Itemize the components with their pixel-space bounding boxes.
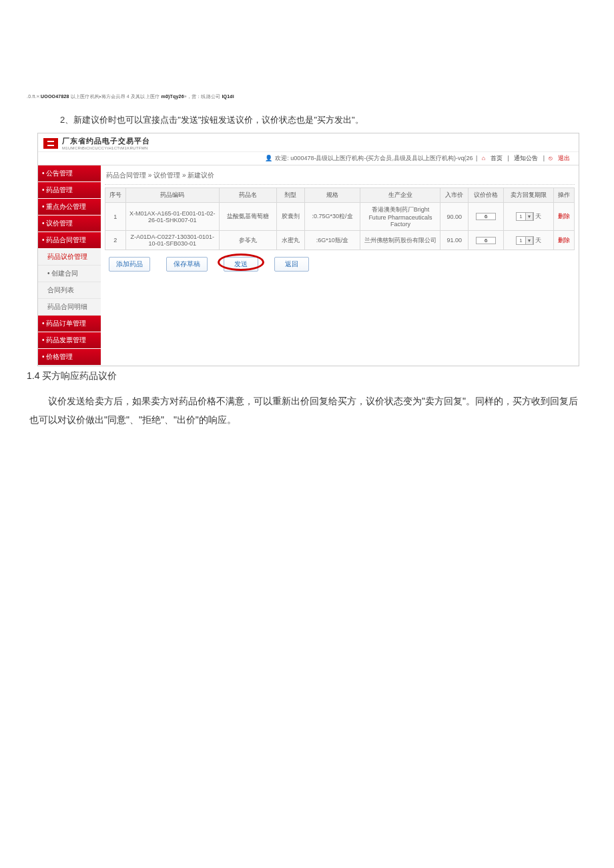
cell-price: 90.00 [440, 203, 469, 231]
app-header: 厂东省约品电子交易平台 M1UMCRtBtCltCUCCYtH1CTtM1KRU… [38, 133, 579, 152]
app-logo-icon [43, 138, 58, 149]
days-unit: 天 [535, 237, 541, 244]
cell-idx: 2 [105, 231, 126, 250]
bid-input[interactable] [476, 213, 496, 220]
send-button-label: 发送 [234, 260, 248, 268]
th-op: 操作 [554, 188, 575, 203]
cell-spec: :0.75G*30粒/盒 [304, 203, 360, 231]
sidebar-item-office[interactable]: • 重点办公管理 [38, 199, 101, 215]
sidebar-sub-negotiate-mgmt[interactable]: 药品议价管理 [38, 249, 101, 266]
send-button[interactable]: 发送 [224, 257, 258, 272]
body-paragraph: 议价发送给卖方后，如果卖方对药品价格不满意，可以重新出价回复给买方，议价状态变为… [29, 392, 585, 429]
table-row: 1 X-M01AX-A165-01-E001-01-02-26-01-SHK00… [105, 203, 575, 231]
hdr-mid2: »，货：线路公司 [184, 94, 222, 99]
th-price: 入市价 [440, 188, 469, 203]
th-bid: 议价价格 [469, 188, 504, 203]
cell-maker: 香港澳美制药厂Bright Future Pharmaceuticals Fac… [360, 203, 440, 231]
delete-link[interactable]: 删除 [558, 213, 570, 220]
app-subtitle: M1UMCRtBtCltCUCCYtH1CTtM1KRUTFMN [62, 146, 150, 150]
user-icon: 👤 [265, 155, 272, 161]
cell-form: 胶囊剂 [276, 203, 304, 231]
th-maker: 生产企业 [360, 188, 440, 203]
app-screenshot: 厂东省约品电子交易平台 M1UMCRtBtCltCUCCYtH1CTtM1KRU… [37, 133, 579, 366]
table-header-row: 序号 药品编码 药品名 剂型 规格 生产企业 入市价 议价价格 卖方回复期限 操… [105, 188, 575, 203]
delete-link[interactable]: 删除 [558, 237, 570, 244]
sidebar-item-contract[interactable]: • 药品合同管理 [38, 232, 101, 249]
hdr-code2: m0)Tqy26 [161, 94, 184, 99]
add-drug-button[interactable]: 添加药品 [109, 257, 150, 272]
home-link[interactable]: 首页 [491, 155, 503, 161]
sidebar-item-drug[interactable]: • 药品管理 [38, 182, 101, 199]
stepper-up-icon[interactable]: ▾ [526, 237, 533, 244]
cell-maker: 兰州佛慈制药股份有限公司 [360, 231, 440, 250]
cell-spec: :6G*10瓶/盒 [304, 231, 360, 250]
th-form: 剂型 [276, 188, 304, 203]
home-icon: ⌂ [482, 155, 485, 161]
th-idx: 序号 [105, 188, 126, 203]
days-value: 1 [517, 213, 525, 220]
doc-micro-header: .0.ft.»:UOOO47828 以上医疗机构•将方会员昂 4 及其以上医疗 … [27, 93, 587, 100]
hdr-code3: IQ1di [222, 94, 234, 99]
cell-form: 水蜜丸 [276, 231, 304, 250]
cell-bid [469, 203, 504, 231]
save-draft-button[interactable]: 保存草稿 [166, 257, 208, 272]
sidebar-item-negotiate[interactable]: • 议价管理 [38, 215, 101, 232]
sidebar: • 公告管理 • 药品管理 • 重点办公管理 • 议价管理 • 药品合同管理 药… [38, 165, 101, 366]
action-bar: 添加药品 保存草稿 发送 返回 [105, 257, 575, 272]
welcome-text: 欢迎: u000478-县级以上医疗机构-(买方会员,县级及县以上医疗机构)-v… [275, 155, 473, 161]
exit-icon: ⦸ [549, 155, 553, 161]
hdr-mid1: 以上医疗机构•将方会员昂 4 及其以上医疗 [69, 94, 162, 99]
cell-op: 删除 [554, 231, 575, 250]
th-code: 药品编码 [125, 188, 219, 203]
cell-deadline: 1▾ 天 [504, 231, 554, 250]
table-row: 2 Z-A01DA-C0227-130301-0101-10-01-SFB030… [105, 231, 575, 250]
breadcrumb: 药品合同管理 » 议价管理 » 新建议价 [105, 168, 575, 185]
stepper-up-icon[interactable]: ▾ [526, 213, 533, 220]
th-spec: 规格 [304, 188, 360, 203]
cell-name: 参苓丸 [219, 231, 276, 250]
sidebar-item-price[interactable]: • 价格管理 [38, 349, 101, 366]
days-value: 1 [517, 237, 525, 244]
bid-input[interactable] [476, 237, 496, 244]
hdr-pre: .0.ft.»: [27, 94, 41, 99]
days-stepper[interactable]: 1▾ [516, 236, 533, 245]
sidebar-sub-contract-detail[interactable]: 药品合同明细 [38, 299, 101, 316]
drug-table: 序号 药品编码 药品名 剂型 规格 生产企业 入市价 议价价格 卖方回复期限 操… [105, 187, 575, 250]
notice-link[interactable]: 通知公告 [514, 155, 538, 161]
back-button[interactable]: 返回 [274, 257, 309, 272]
section-heading: 1.4 买方响应药品议价 [27, 370, 587, 382]
cell-deadline: 1▾ 天 [504, 203, 554, 231]
cell-name: 盐酸氨基葡萄糖 [219, 203, 276, 231]
days-unit: 天 [535, 213, 541, 220]
sidebar-sub-create-contract[interactable]: • 创建合同 [38, 266, 101, 282]
cell-code: Z-A01DA-C0227-130301-0101-10-01-SFB030-0… [125, 231, 219, 250]
app-title: 厂东省约品电子交易平台 [62, 136, 150, 146]
welcome-bar: 👤 欢迎: u000478-县级以上医疗机构-(买方会员,县级及县以上医疗机构)… [38, 152, 579, 165]
th-name: 药品名 [219, 188, 276, 203]
cell-code: X-M01AX-A165-01-E001-01-02-26-01-SHK007-… [125, 203, 219, 231]
cell-idx: 1 [105, 203, 126, 231]
th-deadline: 卖方回复期限 [504, 188, 554, 203]
sidebar-item-invoice[interactable]: • 药品发票管理 [38, 332, 101, 349]
main-panel: 药品合同管理 » 议价管理 » 新建议价 序号 药品编码 药品名 剂型 规格 生… [101, 165, 579, 366]
exit-link[interactable]: 退出 [558, 155, 570, 161]
sidebar-item-announce[interactable]: • 公告管理 [38, 165, 101, 182]
hdr-code1: UOOO47828 [41, 94, 69, 99]
sidebar-item-order[interactable]: • 药品订单管理 [38, 316, 101, 332]
cell-price: 91.00 [440, 231, 469, 250]
cell-op: 删除 [554, 203, 575, 231]
days-stepper[interactable]: 1▾ [516, 212, 533, 221]
cell-bid [469, 231, 504, 250]
step-instruction: 2、新建议价时也可以宜接点击"发送"按钮发送议价，议价状态也是"买方发出"。 [60, 112, 587, 127]
sidebar-sub-contract-list[interactable]: 合同列表 [38, 282, 101, 299]
